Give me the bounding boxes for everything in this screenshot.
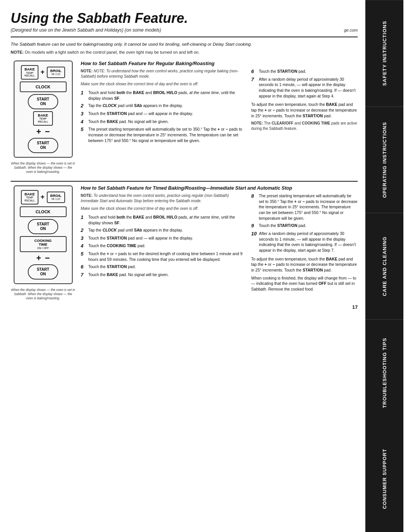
start-button-2: STARTON [28, 219, 58, 234]
section2-right-panel: How to Set Sabbath Feature for Timed Bak… [81, 185, 358, 301]
step-item: 1 Touch and hold both the BAKE and BROIL… [81, 90, 246, 101]
main-note: NOTE: On models with a light switch on t… [11, 50, 358, 55]
section2-right-col-steps: 8 The preset starting temperature will a… [251, 193, 358, 253]
section1-three-col: NOTE: NOTE: To understand how the oven c… [81, 69, 358, 145]
top-buttons-row-2: BAKE TEMPRECALL + BROIL HI / LO [20, 190, 67, 204]
broil-button-2: BROIL HI / LO [47, 192, 65, 203]
diagram-caption-1: When the display shows — the oven is set… [11, 161, 75, 174]
section2-adjust-note: To adjust the oven temperature, touch th… [251, 256, 358, 273]
section2-three-col: NOTE: To understand how the oven control… [81, 193, 358, 294]
sidebar-section-consumer: Consumer Support [365, 426, 403, 532]
website: ge.com [344, 28, 358, 32]
start-button-1: STARTON [28, 94, 58, 109]
section1-block: BAKE TEMPRECALL + BROIL HI / LO CLOCK ST… [11, 61, 358, 174]
section2-block: BAKE TEMPRECALL + BROIL HI / LO CLOCK ST… [11, 185, 358, 301]
intro-note: The Sabbath feature can be used for baki… [11, 41, 358, 47]
broil-button-1: BROIL HI / LO [47, 67, 65, 78]
plus-minus-row-1: + − [36, 128, 50, 136]
control-diagram-2: BAKE TEMPRECALL + BROIL HI / LO CLOCK ST… [14, 185, 73, 284]
step-item: 6 Touch the START/ON pad. [81, 264, 246, 270]
section1-right-col-steps: 6 Touch the START/ON pad. 7 After a rand… [251, 69, 358, 99]
section1-right-col: 6 Touch the START/ON pad. 7 After a rand… [251, 69, 358, 145]
section1-heading: How to Set Sabbath Feature for Regular B… [81, 61, 358, 66]
plus-minus-row-2: + − [36, 254, 50, 262]
section2-mid-steps: NOTE: To understand how the oven control… [81, 193, 246, 294]
step-item: 5 The preset starting temperature will a… [81, 126, 246, 143]
clock-button-1: CLOCK [20, 81, 67, 92]
section-divider [11, 181, 358, 182]
plus-btn-2: + [36, 254, 41, 262]
section2-heading: How to Set Sabbath Feature for Timed Bak… [81, 185, 358, 191]
sidebar-section-troubleshooting: Troubleshooting Tips [365, 320, 403, 426]
step-item: 6 Touch the START/ON pad. [251, 69, 358, 75]
step-item: 4 Touch the COOKING TIME pad. [81, 243, 246, 249]
section2-steps-list: 1 Touch and hold both the BAKE and BROIL… [81, 214, 246, 278]
sidebar-section-safety: Safety Instructions [365, 0, 403, 107]
section2-make-sure: Make sure the clock shows the correct ti… [81, 206, 246, 211]
section1-left-panel: BAKE TEMPRECALL + BROIL HI / LO CLOCK ST… [11, 61, 75, 174]
step-item: 5 Touch the + or − pads to set the desir… [81, 251, 246, 262]
plus-btn-1: + [36, 128, 41, 136]
page-title: Using the Sabbath Feature. [11, 11, 358, 26]
step-item: 8 The preset starting temperature will a… [251, 193, 358, 221]
step-item: 1 Touch and hold both the BAKE and BROIL… [81, 214, 246, 225]
sidebar-section-care: Care and Cleaning [365, 213, 403, 320]
step-item: 10 After a random delay period of approx… [251, 231, 358, 253]
step-item: 4 Touch the BAKE pad. No signal will be … [81, 119, 246, 125]
diagram-caption-2: When the display shows — the oven is set… [11, 288, 75, 300]
sidebar-section-operating: Operating Instructions [365, 107, 403, 213]
step-item: 7 Touch the BAKE pad. No signal will be … [81, 272, 246, 278]
subtitle: (Designed for use on the Jewish Sabbath … [11, 27, 161, 33]
step-item: 2 Tap the CLOCK pad until SAb appears in… [81, 103, 246, 109]
cooking-time-button: COOKINGTIME ON / OFF [20, 236, 67, 252]
control-diagram-1: BAKE TEMPRECALL + BROIL HI / LO CLOCK ST… [14, 61, 73, 158]
section2-note: NOTE: To understand how the oven control… [81, 193, 246, 204]
plus-connector: + [41, 68, 45, 76]
section1-right-panel: How to Set Sabbath Feature for Regular B… [81, 61, 358, 174]
section2-left-panel: BAKE TEMPRECALL + BROIL HI / LO CLOCK ST… [11, 185, 75, 301]
right-sidebar: Safety Instructions Operating Instructio… [365, 0, 403, 532]
section1-adjust-note: To adjust the oven temperature, touch th… [251, 102, 358, 118]
bake-button-1: BAKE TEMPRECALL [21, 65, 38, 80]
page-number: 17 [11, 304, 358, 310]
section1-note: NOTE: NOTE: To understand how the oven c… [81, 69, 246, 79]
step-item: 3 Touch the START/ON pad and — will appe… [81, 235, 246, 241]
step-item: 2 Tap the CLOCK pad until SAb appears in… [81, 227, 246, 233]
step-item: 9 Touch the START/ON pad. [251, 223, 358, 229]
minus-btn-2: − [45, 254, 50, 262]
section1-steps-list: 1 Touch and hold both the BAKE and BROIL… [81, 90, 246, 143]
subtitle-row: (Designed for use on the Jewish Sabbath … [11, 27, 358, 33]
start-button-2b: STARTON [28, 264, 58, 280]
plus-connector-2: + [41, 193, 45, 201]
section1-make-sure: Make sure the clock shows the correct ti… [81, 81, 246, 87]
section1-mid-steps: NOTE: NOTE: To understand how the oven c… [81, 69, 246, 145]
step-item: 3 Touch the START/ON pad and — will appe… [81, 111, 246, 117]
step-item: 7 After a random delay period of approxi… [251, 77, 358, 99]
section1-bottom-note: NOTE: The CLEAR/OFF and COOKING TIME pad… [251, 121, 358, 131]
section2-finish-note: When cooking is finished, the display wi… [251, 275, 358, 292]
title-divider [11, 37, 358, 37]
start-button-1b: STARTON [28, 138, 58, 153]
clock-button-2: CLOCK [20, 206, 67, 217]
bake-button-2: BAKE TEMPRECALL [21, 190, 38, 204]
section2-right-col: 8 The preset starting temperature will a… [251, 193, 358, 294]
minus-btn-1: − [45, 128, 50, 136]
top-buttons-row: BAKE TEMPRECALL + BROIL HI / LO [20, 65, 67, 80]
bake-temp-recall-button-1: BAKE TEMPRECALL [33, 111, 53, 126]
